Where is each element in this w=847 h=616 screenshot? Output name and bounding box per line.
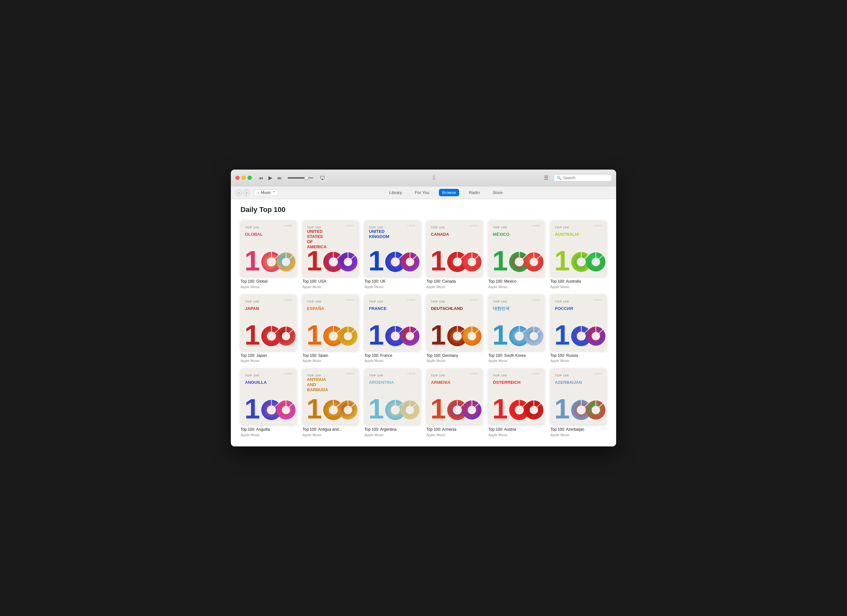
playlist-artwork: TOP 100♫ MUSIC대한민국1 xyxy=(488,294,544,351)
list-item[interactable]: TOP 100♫ MUSICGLOBAL1Top 100: GlobalAppl… xyxy=(241,220,297,289)
svg-text:♫ MUSIC: ♫ MUSIC xyxy=(530,299,540,301)
svg-text:ESPAÑA: ESPAÑA xyxy=(307,306,324,311)
playlist-artist: Apple Music xyxy=(302,359,359,363)
svg-text:1: 1 xyxy=(368,393,384,425)
svg-text:UNITED: UNITED xyxy=(307,229,323,234)
playlist-artwork: TOP 100♫ MUSICAUSTRALIA1 xyxy=(550,220,606,276)
list-item[interactable]: TOP 100♫ MUSIC대한민국1Top 100: South KoreaA… xyxy=(488,294,544,363)
playlist-artwork: TOP 100♫ MUSICDEUTSCHLAND1 xyxy=(426,294,483,351)
forward-button[interactable]: › xyxy=(243,189,250,196)
svg-text:♫ MUSIC: ♫ MUSIC xyxy=(468,225,478,227)
volume-fill xyxy=(288,177,305,179)
playlist-artist: Apple Music xyxy=(488,433,544,437)
playlist-artist: Apple Music xyxy=(550,359,606,363)
playlist-artwork: TOP 100♫ MUSICARGENTINA1 xyxy=(364,368,421,425)
svg-text:TOP 100: TOP 100 xyxy=(307,374,321,377)
svg-text:1: 1 xyxy=(554,245,570,276)
list-item[interactable]: TOP 100♫ MUSICESPAÑA1Top 100: SpainApple… xyxy=(302,294,359,363)
playlist-artist: Apple Music xyxy=(488,285,544,289)
svg-text:♫ MUSIC: ♫ MUSIC xyxy=(468,373,478,375)
playlist-artwork: TOP 100♫ MUSICANGUILLA1 xyxy=(241,368,297,425)
playlist-name: Top 100: Australia xyxy=(550,279,606,284)
music-selector[interactable]: ♫ Music ⌃ xyxy=(254,189,278,196)
svg-text:♫ MUSIC: ♫ MUSIC xyxy=(592,373,602,375)
svg-text:♫ MUSIC: ♫ MUSIC xyxy=(406,373,416,375)
svg-text:1: 1 xyxy=(306,393,322,425)
list-item[interactable]: TOP 100♫ MUSICUNITEDSTATESOFAMERICA1Top … xyxy=(302,220,359,289)
svg-text:♫ MUSIC: ♫ MUSIC xyxy=(530,373,540,375)
list-item[interactable]: TOP 100♫ MUSICAUSTRALIA1Top 100: Austral… xyxy=(550,220,606,289)
list-item[interactable]: TOP 100♫ MUSICMÉXICO1Top 100: MexicoAppl… xyxy=(488,220,544,289)
close-button[interactable] xyxy=(235,176,239,180)
list-item[interactable]: TOP 100♫ MUSICANTIGUAANDBARBUDA1Top 100:… xyxy=(302,368,359,437)
svg-text:STATES: STATES xyxy=(307,234,323,239)
svg-text:ÖSTERREICH: ÖSTERREICH xyxy=(493,380,521,385)
svg-text:TOP 100: TOP 100 xyxy=(493,374,507,377)
playlist-name: Top 100: Canada xyxy=(426,279,483,284)
svg-text:TOP 100: TOP 100 xyxy=(369,374,383,377)
svg-text:TOP 100: TOP 100 xyxy=(245,299,259,303)
tab-radio[interactable]: Radio xyxy=(466,189,483,196)
search-icon: 🔍 xyxy=(557,176,562,180)
play-button[interactable]: ▶ xyxy=(267,174,274,182)
playlist-artist: Apple Music xyxy=(550,285,606,289)
playlist-name: Top 100: Antigua and... xyxy=(302,427,359,432)
list-item[interactable]: TOP 100♫ MUSICCANADA1Top 100: CanadaAppl… xyxy=(426,220,483,289)
list-item[interactable]: TOP 100♫ MUSICFRANCE1Top 100: FranceAppl… xyxy=(364,294,421,363)
list-item[interactable]: TOP 100♫ MUSICРОССИЯ1Top 100: RussiaAppl… xyxy=(550,294,606,363)
svg-text:TOP 100: TOP 100 xyxy=(307,226,321,229)
list-item[interactable]: TOP 100♫ MUSICDEUTSCHLAND1Top 100: Germa… xyxy=(426,294,483,363)
list-item[interactable]: TOP 100♫ MUSICUNITEDKINGDOM1Top 100: UKA… xyxy=(364,220,421,289)
svg-text:1: 1 xyxy=(244,245,260,276)
fullscreen-button[interactable] xyxy=(248,176,252,180)
volume-slider[interactable] xyxy=(288,177,313,179)
fast-forward-button[interactable]: ⏭ xyxy=(276,175,283,181)
svg-text:♫ MUSIC: ♫ MUSIC xyxy=(283,225,292,227)
volume-thumb xyxy=(304,176,308,180)
svg-text:1: 1 xyxy=(244,319,260,350)
svg-text:1: 1 xyxy=(306,319,322,350)
titlebar-right: ☰ 🔍 xyxy=(542,173,612,182)
svg-text:DEUTSCHLAND: DEUTSCHLAND xyxy=(431,306,463,311)
svg-text:OF: OF xyxy=(307,239,313,244)
svg-text:TOP 100: TOP 100 xyxy=(307,299,321,303)
tab-library[interactable]: Library xyxy=(386,189,405,196)
playlist-artwork: TOP 100♫ MUSICAZERBAIJAN1 xyxy=(550,368,606,425)
list-view-button[interactable]: ☰ xyxy=(542,173,550,182)
back-button[interactable]: ‹ xyxy=(235,189,242,196)
list-item[interactable]: TOP 100♫ MUSICARGENTINA1Top 100: Argenti… xyxy=(364,368,421,437)
svg-text:1: 1 xyxy=(430,319,446,350)
playlist-grid: TOP 100♫ MUSICGLOBAL1Top 100: GlobalAppl… xyxy=(241,220,606,437)
playlist-name: Top 100: Mexico xyxy=(488,279,544,284)
playlist-artwork: TOP 100♫ MUSICÖSTERREICH1 xyxy=(488,368,544,425)
svg-text:♫ MUSIC: ♫ MUSIC xyxy=(406,299,416,301)
playlist-artist: Apple Music xyxy=(364,359,421,363)
airplay-button[interactable] xyxy=(318,173,327,182)
svg-text:TOP 100: TOP 100 xyxy=(555,299,569,303)
list-item[interactable]: TOP 100♫ MUSICANGUILLA1Top 100: Anguilla… xyxy=(241,368,297,437)
playlist-artwork: TOP 100♫ MUSICARMENIA1 xyxy=(426,368,483,425)
tab-browse[interactable]: Browse xyxy=(439,189,459,196)
list-item[interactable]: TOP 100♫ MUSICAZERBAIJAN1Top 100: Azerba… xyxy=(550,368,606,437)
svg-text:♫ MUSIC: ♫ MUSIC xyxy=(468,299,478,301)
svg-text:1: 1 xyxy=(492,245,508,276)
rewind-button[interactable]: ⏮ xyxy=(258,175,264,181)
svg-text:대한민국: 대한민국 xyxy=(493,306,509,311)
svg-text:1: 1 xyxy=(244,393,260,425)
svg-text:♫ MUSIC: ♫ MUSIC xyxy=(406,225,416,227)
svg-text:1: 1 xyxy=(492,319,508,350)
search-box[interactable]: 🔍 xyxy=(554,174,612,182)
playlist-name: Top 100: France xyxy=(364,353,421,358)
svg-text:1: 1 xyxy=(492,393,508,425)
list-item[interactable]: TOP 100♫ MUSICJAPAN1Top 100: JapanApple … xyxy=(241,294,297,363)
list-item[interactable]: TOP 100♫ MUSICARMENIA1Top 100: ArmeniaAp… xyxy=(426,368,483,437)
tab-for-you[interactable]: For You xyxy=(412,189,432,196)
tab-store[interactable]: Store xyxy=(489,189,506,196)
playlist-artist: Apple Music xyxy=(241,285,297,289)
search-input[interactable] xyxy=(563,176,608,180)
svg-text:♫ MUSIC: ♫ MUSIC xyxy=(345,373,354,375)
minimize-button[interactable] xyxy=(242,176,246,180)
playlist-artwork: TOP 100♫ MUSICANTIGUAANDBARBUDA1 xyxy=(302,368,359,425)
playlist-name: Top 100: Armenia xyxy=(426,427,483,432)
list-item[interactable]: TOP 100♫ MUSICÖSTERREICH1Top 100: Austri… xyxy=(488,368,544,437)
